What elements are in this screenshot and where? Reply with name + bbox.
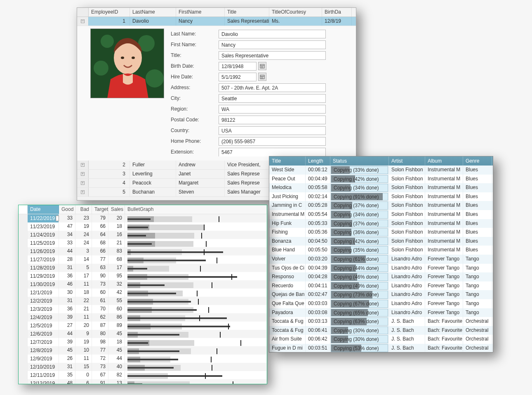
chevron-down-icon[interactable]: ▾ — [56, 215, 59, 221]
song-row[interactable]: Fugue in D mi 00:03:51 Copying (53% done… — [269, 344, 493, 352]
song-row[interactable]: Instrumental M 00:05:54 Copying (34% don… — [269, 210, 493, 219]
calendar-icon[interactable] — [258, 62, 266, 70]
song-row[interactable]: Melodica 00:05:58 Copying (34% done) Sol… — [269, 183, 493, 192]
bullet-row[interactable]: 11/24/2019 34 24 64 16 — [19, 231, 267, 239]
bullet-row[interactable]: 11/28/2019 31 5 63 17 — [19, 264, 267, 272]
bullet-row[interactable]: 12/1/2019 30 18 60 42 — [19, 289, 267, 297]
header-artist[interactable]: Artist — [389, 156, 425, 166]
expand-icon[interactable]: + — [81, 163, 85, 167]
input-title[interactable]: Sales Representative — [219, 51, 326, 60]
input-address[interactable]: 507 - 20th Ave. E. Apt. 2A — [219, 83, 326, 92]
bullet-row[interactable]: 12/6/2019 44 9 80 45 — [19, 330, 267, 338]
header-employeeid[interactable]: EmployeeID — [89, 8, 130, 17]
song-row[interactable]: Recuerdo 00:04:11 Copying (49% done) Lis… — [269, 281, 493, 291]
song-row[interactable]: Fishing 00:05:36 Copying (36% done) Solo… — [269, 228, 493, 237]
employee-row-selected[interactable]: − 1 Davolio Nancy Sales Representativ Ms… — [77, 17, 356, 26]
cell-date[interactable]: 11/28/2019 — [28, 264, 59, 272]
cell-date[interactable]: 11/30/2019 — [28, 280, 59, 289]
input-birthdate[interactable]: 12/8/1948 — [219, 62, 257, 71]
header-good[interactable]: Good — [59, 205, 75, 214]
input-firstname[interactable]: Nancy — [219, 40, 326, 49]
input-hiredate[interactable]: 5/1/1992 — [219, 73, 257, 81]
header-date[interactable]: Date — [28, 205, 59, 214]
header-firstname[interactable]: FirstName — [176, 8, 225, 17]
song-row[interactable]: Toccata & Fug 00:06:41 Copying (30% done… — [269, 326, 493, 335]
song-row[interactable]: Just Picking 00:02:14 Copying (91% done)… — [269, 192, 493, 201]
header-titleofcourtesy[interactable]: TitleOfCourtesy — [269, 8, 322, 17]
cell-date[interactable]: 12/5/2019 — [28, 322, 59, 330]
bullet-row[interactable]: 12/9/2019 26 11 72 44 — [19, 355, 267, 363]
cell-date[interactable]: 12/3/2019 — [28, 305, 59, 313]
header-length[interactable]: Length — [306, 156, 330, 166]
bullet-row[interactable]: 11/26/2019 44 3 66 83 — [19, 247, 267, 255]
bullet-row[interactable]: 11/30/2019 46 11 73 32 — [19, 280, 267, 289]
song-row[interactable]: West Side 00:06:12 Copying (33% done) So… — [269, 166, 493, 175]
cell-date[interactable]: 11/22/2019▾ — [28, 214, 59, 222]
cell-date[interactable]: 12/1/2019 — [28, 289, 59, 297]
song-row[interactable]: Toccata & Fug 00:03:13 Copying (63% done… — [269, 317, 493, 326]
bullet-row[interactable]: 12/3/2019 36 21 70 60 — [19, 305, 267, 313]
input-lastname[interactable]: Davolio — [219, 30, 326, 38]
cell-date[interactable]: 12/6/2019 — [28, 330, 59, 338]
input-homephone[interactable]: (206) 555-9857 — [219, 137, 326, 146]
header-bad[interactable]: Bad — [75, 205, 92, 214]
cell-date[interactable]: 12/11/2019 — [28, 371, 59, 379]
cell-date[interactable]: 12/10/2019 — [28, 363, 59, 371]
song-row[interactable]: Tus Ojos de Ci 00:04:39 Copying (44% don… — [269, 264, 493, 273]
input-postalcode[interactable]: 98122 — [219, 116, 326, 124]
song-row[interactable]: Responso 00:04:28 Copying (46% done) Lis… — [269, 272, 493, 281]
header-lastname[interactable]: LastName — [130, 8, 176, 17]
expand-icon[interactable]: + — [81, 190, 85, 194]
cell-date[interactable]: 11/29/2019 — [28, 272, 59, 280]
song-row[interactable]: Jamming in C 00:05:28 Copying (37% done)… — [269, 201, 493, 210]
cell-date[interactable]: 12/4/2019 — [28, 313, 59, 322]
collapse-icon[interactable]: − — [81, 19, 85, 23]
header-song-title[interactable]: Title — [269, 156, 306, 166]
bullet-row[interactable]: 12/4/2019 39 11 62 86 — [19, 313, 267, 322]
header-album[interactable]: Album — [425, 156, 463, 166]
song-row[interactable]: Payadora 00:03:08 Copying (65% done) Lis… — [269, 308, 493, 317]
header-genre[interactable]: Genre — [463, 156, 492, 166]
song-row[interactable]: Que Falta Que 00:03:03 Copying (67% done… — [269, 299, 493, 308]
cell-date[interactable]: 12/7/2019 — [28, 338, 59, 346]
cell-date[interactable]: 11/26/2019 — [28, 247, 59, 255]
input-extension[interactable]: 5467 — [219, 148, 326, 156]
bullet-row[interactable]: 11/27/2019 28 14 77 68 — [19, 255, 267, 264]
header-sales[interactable]: Sales — [108, 205, 125, 214]
bullet-row[interactable]: 12/8/2019 45 10 77 45 — [19, 346, 267, 355]
song-row[interactable]: Quejas de Ban 00:02:47 Copying (73% done… — [269, 290, 493, 299]
header-bulletgraph[interactable]: BulletGraph — [125, 205, 267, 214]
bullet-row[interactable]: 12/12/2019 48 6 91 13 — [19, 379, 267, 384]
expand-icon[interactable]: + — [81, 172, 85, 176]
bullet-row[interactable]: 12/5/2019 27 20 87 89 — [19, 322, 267, 330]
song-row[interactable]: Hip Funk 00:05:33 Copying (37% done) Sol… — [269, 219, 493, 228]
cell-date[interactable]: 12/2/2019 — [28, 297, 59, 305]
cell-date[interactable]: 12/9/2019 — [28, 355, 59, 363]
bullet-row[interactable]: 12/10/2019 31 15 73 40 — [19, 363, 267, 371]
bullet-row[interactable]: 11/23/2019 47 19 66 18 — [19, 222, 267, 231]
song-row[interactable]: Air from Suite 00:06:42 Copying (30% don… — [269, 335, 493, 344]
song-row[interactable]: Blue Hand 00:05:50 Copying (35% done) So… — [269, 246, 493, 255]
header-target[interactable]: Target — [92, 205, 108, 214]
input-country[interactable]: USA — [219, 126, 326, 135]
header-title[interactable]: Title — [225, 8, 269, 17]
bullet-row[interactable]: 11/25/2019 33 24 68 21 — [19, 239, 267, 247]
cell-date[interactable]: 11/25/2019 — [28, 239, 59, 247]
header-birthdate[interactable]: BirthDa — [322, 8, 352, 17]
song-row[interactable]: Bonanza 00:04:50 Copying (42% done) Solo… — [269, 237, 493, 246]
bullet-row[interactable]: 12/7/2019 39 19 98 18 — [19, 338, 267, 346]
cell-date[interactable]: 12/12/2019 — [28, 379, 59, 384]
bullet-row[interactable]: 12/11/2019 35 0 67 82 — [19, 371, 267, 379]
cell-date[interactable]: 11/23/2019 — [28, 222, 59, 231]
expand-icon[interactable]: + — [81, 181, 85, 185]
bullet-row[interactable]: 11/29/2019 36 17 90 95 — [19, 272, 267, 280]
song-row[interactable]: Volver 00:03:20 Copying (61% done) Lisan… — [269, 255, 493, 264]
cell-date[interactable]: 11/27/2019 — [28, 255, 59, 264]
cell-date[interactable]: 11/24/2019 — [28, 231, 59, 239]
bullet-row[interactable]: 12/2/2019 31 22 61 55 — [19, 297, 267, 305]
header-status[interactable]: Status — [330, 156, 389, 166]
bullet-row[interactable]: 11/22/2019▾ 33 23 79 20 — [19, 214, 267, 222]
calendar-icon[interactable] — [258, 73, 266, 81]
cell-date[interactable]: 12/8/2019 — [28, 346, 59, 355]
song-row[interactable]: Peace Out 00:04:49 Copying (42% done) So… — [269, 175, 493, 184]
